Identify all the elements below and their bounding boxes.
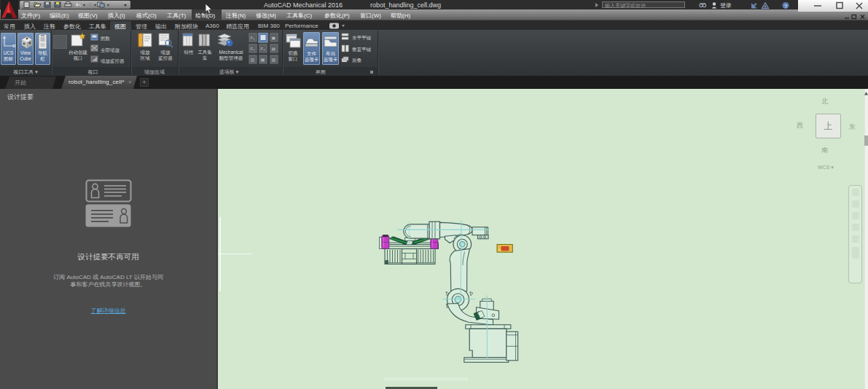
svg-text:▥: ▥ (251, 58, 255, 62)
svg-text:▨: ▨ (272, 58, 276, 62)
svg-text:▣: ▣ (272, 36, 276, 40)
svg-text:?: ? (784, 3, 788, 9)
svg-text:▤: ▤ (272, 47, 276, 51)
svg-text:F₃: F₃ (261, 47, 266, 51)
svg-text:F₂: F₂ (251, 47, 256, 51)
svg-text:F₁: F₁ (251, 36, 255, 40)
svg-text:登录: 登录 (720, 2, 732, 9)
svg-text:▦: ▦ (261, 58, 265, 62)
